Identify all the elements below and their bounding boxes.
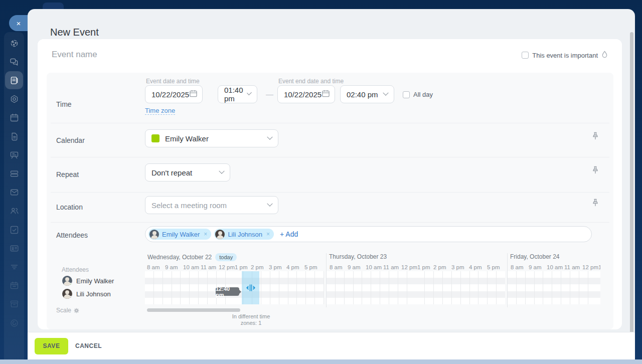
feed-icon bbox=[9, 75, 20, 86]
availability-grid[interactable]: 12:40 pm bbox=[145, 271, 324, 304]
calendar-color-swatch bbox=[151, 134, 159, 142]
end-date-value: 10/22/2025 bbox=[284, 90, 322, 99]
sidebar-item-calendar[interactable] bbox=[5, 109, 23, 127]
status-offline-dot bbox=[69, 296, 72, 299]
chevron-down-icon bbox=[383, 90, 388, 96]
sidebar-item-mail[interactable] bbox=[5, 184, 23, 202]
sidebar-item-copilot[interactable] bbox=[5, 90, 23, 108]
storage-icon bbox=[9, 299, 20, 309]
hour-label: 5 pm bbox=[487, 264, 500, 270]
all-day-toggle: All day bbox=[403, 91, 433, 98]
new-event-modal: New Event This event is important Time E… bbox=[28, 9, 635, 359]
remove-attendee-icon[interactable]: × bbox=[204, 231, 207, 238]
scheduler-attendees-label: Attendees bbox=[62, 266, 89, 273]
availability-grid[interactable] bbox=[508, 271, 600, 304]
sidebar-item-group[interactable] bbox=[5, 202, 23, 220]
start-time-value: 01:40 pm bbox=[224, 86, 248, 103]
horizontal-scrollbar[interactable] bbox=[147, 308, 240, 312]
row-separator bbox=[51, 222, 609, 223]
hour-label: 4 pm bbox=[469, 264, 482, 270]
background-tab bbox=[43, 3, 64, 9]
sidebar-item-messenger[interactable] bbox=[5, 53, 23, 71]
pin-icon[interactable] bbox=[592, 132, 598, 142]
repeat-select[interactable]: Don't repeat bbox=[145, 163, 230, 181]
flame-icon bbox=[601, 51, 608, 60]
location-select[interactable]: Select a meeting room bbox=[145, 196, 278, 214]
sidebar-item-target[interactable] bbox=[5, 314, 23, 332]
attendee-chip[interactable]: Emily Walker × bbox=[148, 229, 211, 240]
sidebar-item-storage[interactable] bbox=[5, 295, 23, 313]
pin-icon[interactable] bbox=[592, 199, 598, 209]
important-checkbox[interactable] bbox=[522, 52, 529, 59]
form-panel: Time Event date and time Event end date … bbox=[47, 73, 613, 329]
attendee-chip-name: Emily Walker bbox=[162, 231, 200, 238]
save-button[interactable]: SAVE bbox=[35, 338, 68, 354]
attendees-row-label: Attendees bbox=[56, 231, 88, 239]
attendees-input[interactable]: Emily Walker × Lili Johnson × + Add bbox=[145, 226, 592, 242]
cancel-button[interactable]: CANCEL bbox=[75, 342, 102, 349]
hour-label: 11 am bbox=[383, 264, 399, 270]
timezone-note: In different time zones: 1 bbox=[217, 313, 285, 326]
hour-label: 8 am bbox=[511, 264, 524, 270]
avatar bbox=[215, 230, 225, 239]
time-zone-link[interactable]: Time zone bbox=[145, 107, 175, 115]
hour-label: 10 am bbox=[366, 264, 382, 270]
sidebar-item-tasks[interactable] bbox=[5, 221, 23, 239]
timezone-note-line1: In different time bbox=[217, 313, 285, 320]
hour-label: 5 pm bbox=[304, 264, 317, 270]
hour-label: 9 am bbox=[348, 264, 361, 270]
start-time-select[interactable]: 01:40 pm bbox=[218, 85, 257, 103]
calendar-icon bbox=[9, 112, 20, 123]
sidebar-item-idcard[interactable] bbox=[5, 239, 23, 257]
day-title: Thursday, October 23 bbox=[329, 253, 387, 260]
attendee-chip[interactable]: Lili Johnson × bbox=[214, 229, 274, 240]
hour-label: 1 pm bbox=[417, 264, 430, 270]
sidebar-item-crm-funnel[interactable] bbox=[5, 258, 23, 276]
vertical-scrollbar[interactable] bbox=[630, 32, 633, 347]
end-date-input[interactable]: 10/22/2025 bbox=[277, 85, 335, 103]
hour-label: 1 pm bbox=[235, 264, 248, 270]
scheduler-person-row: Emily Walker bbox=[62, 276, 114, 286]
app-background: × New Event This event is important Time… bbox=[0, 0, 642, 364]
event-name-input[interactable] bbox=[52, 47, 403, 62]
row-separator bbox=[51, 157, 609, 157]
hour-label: 11 am bbox=[564, 264, 580, 270]
document-icon bbox=[9, 131, 20, 142]
start-group-label: Event date and time bbox=[146, 78, 200, 85]
sidebar-item-feed[interactable] bbox=[5, 71, 23, 89]
time-selection[interactable] bbox=[242, 271, 259, 304]
sidebar-item-drive[interactable] bbox=[5, 164, 23, 183]
important-toggle: This event is important bbox=[522, 51, 608, 60]
pin-icon[interactable] bbox=[592, 166, 598, 176]
remove-attendee-icon[interactable]: × bbox=[266, 231, 270, 238]
calendar-select[interactable]: Emily Walker bbox=[145, 129, 278, 147]
sidebar-item-pulse[interactable] bbox=[5, 34, 23, 52]
end-time-select[interactable]: 02:40 pm bbox=[340, 85, 394, 103]
sidebar-item-document[interactable] bbox=[5, 127, 23, 145]
hour-label: 10 am bbox=[547, 264, 563, 270]
add-attendee-button[interactable]: + Add bbox=[280, 230, 298, 238]
hour-label: 8 am bbox=[147, 264, 160, 270]
scale-control[interactable]: Scale bbox=[56, 307, 79, 314]
modal-footer: SAVE CANCEL bbox=[28, 332, 635, 359]
person-name: Emily Walker bbox=[76, 277, 114, 285]
day-title: Wednesday, October 22 bbox=[147, 254, 212, 261]
close-icon: × bbox=[17, 19, 21, 28]
resize-handle-icon bbox=[245, 284, 256, 292]
start-date-value: 10/22/2025 bbox=[151, 90, 189, 99]
bottom-strip bbox=[0, 359, 642, 364]
close-slider-button[interactable]: × bbox=[9, 15, 28, 31]
availability-grid[interactable] bbox=[327, 271, 505, 304]
person-name: Lili Johnson bbox=[76, 290, 111, 298]
sidebar-item-whiteboard[interactable] bbox=[5, 146, 23, 164]
mail-icon bbox=[9, 187, 20, 198]
calendar-value: Emily Walker bbox=[165, 134, 209, 143]
sidebar-item-schedule[interactable] bbox=[5, 277, 23, 295]
start-date-input[interactable]: 10/22/2025 bbox=[145, 85, 203, 103]
crm-funnel-icon bbox=[9, 262, 20, 272]
all-day-checkbox[interactable] bbox=[403, 91, 410, 98]
event-name-card: This event is important bbox=[38, 39, 622, 70]
schedule-icon bbox=[9, 280, 20, 291]
hour-label: 12 pm bbox=[401, 264, 417, 270]
calendar-picker-icon bbox=[322, 89, 330, 99]
